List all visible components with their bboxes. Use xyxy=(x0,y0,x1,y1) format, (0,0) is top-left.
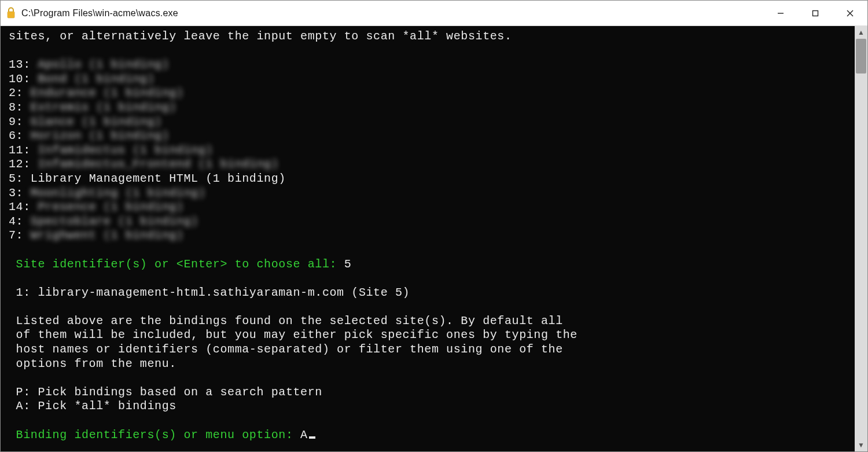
site-label: Apollo (1 binding) xyxy=(38,58,169,71)
output-line: Listed above are the bindings found on t… xyxy=(9,314,563,328)
site-label: Spectoblare (1 binding) xyxy=(31,215,198,228)
site-list-item: 14: Presence (1 binding) xyxy=(9,200,847,215)
site-id: 14: xyxy=(9,200,38,214)
site-list-item: 4: Spectoblare (1 binding) xyxy=(9,215,847,229)
close-button[interactable] xyxy=(833,1,867,26)
svg-rect-2 xyxy=(813,10,818,16)
site-id: 4: xyxy=(9,215,31,228)
site-label: Glance (1 binding) xyxy=(31,115,162,128)
site-label: Extremis (1 binding) xyxy=(31,101,176,114)
vertical-scrollbar[interactable]: ▲ ▼ xyxy=(855,26,867,451)
scroll-down-button[interactable]: ▼ xyxy=(855,439,867,451)
site-id: 2: xyxy=(9,86,31,100)
site-id: 8: xyxy=(9,101,31,114)
scroll-up-button[interactable]: ▲ xyxy=(855,26,867,39)
window-controls xyxy=(763,1,867,26)
output-line: host names or identifiers (comma-separat… xyxy=(9,343,563,356)
terminal-output[interactable]: sites, or alternatively leave the input … xyxy=(1,26,855,451)
output-line: of them will be included, but you may ei… xyxy=(9,328,578,341)
binding-identifier-prompt: Binding identifiers(s) or menu option: xyxy=(16,428,300,442)
binding-list-item: 1: library-management-html.sathiyaraman-… xyxy=(9,286,410,299)
svg-rect-0 xyxy=(8,12,14,18)
console-area: sites, or alternatively leave the input … xyxy=(1,26,867,451)
site-label: Moonlighting (1 binding) xyxy=(31,186,205,200)
site-id: 6: xyxy=(9,129,31,142)
site-list-item: 12: Infamidectus_Frontend (1 binding) xyxy=(9,157,847,172)
site-label: Library Management HTML (1 binding) xyxy=(31,172,286,185)
titlebar[interactable]: C:\Program Files\win-acme\wacs.exe xyxy=(1,1,867,26)
menu-key: A: xyxy=(9,399,38,413)
binding-identifier-answer: A xyxy=(300,428,308,442)
lock-icon xyxy=(6,7,16,19)
site-identifier-prompt: Site identifier(s) or <Enter> to choose … xyxy=(16,258,344,271)
site-list-item: 9: Glance (1 binding) xyxy=(9,115,847,130)
window-title: C:\Program Files\win-acme\wacs.exe xyxy=(21,8,178,19)
site-label: Presence (1 binding) xyxy=(38,200,183,214)
scroll-thumb[interactable] xyxy=(856,39,866,74)
site-identifier-answer: 5 xyxy=(344,258,352,271)
site-label: Infamidectus_Frontend (1 binding) xyxy=(38,157,278,171)
site-id: 5: xyxy=(9,172,31,185)
menu-label: Pick *all* bindings xyxy=(38,399,176,413)
site-list-item: 10: Bond (1 binding) xyxy=(9,72,847,87)
site-label: Bond (1 binding) xyxy=(38,72,155,86)
site-label: Wrighwent (1 binding) xyxy=(31,229,184,242)
site-id: 11: xyxy=(9,144,38,157)
app-window: C:\Program Files\win-acme\wacs.exe sites… xyxy=(0,0,868,452)
menu-key: P: xyxy=(9,385,38,399)
site-label: Horizon (1 binding) xyxy=(31,129,169,142)
site-id: 9: xyxy=(9,115,31,128)
output-line: options from the menu. xyxy=(9,357,176,370)
site-id: 12: xyxy=(9,157,38,171)
site-list-item: 7: Wrighwent (1 binding) xyxy=(9,229,847,243)
maximize-button[interactable] xyxy=(798,1,833,26)
site-list-item: 8: Extremis (1 binding) xyxy=(9,101,847,115)
site-list-item: 5: Library Management HTML (1 binding) xyxy=(9,172,847,186)
site-id: 7: xyxy=(9,229,31,242)
site-list-item: 6: Horizon (1 binding) xyxy=(9,129,847,144)
site-list-item: 3: Moonlighting (1 binding) xyxy=(9,186,847,201)
output-line: sites, or alternatively leave the input … xyxy=(9,30,512,43)
site-id: 10: xyxy=(9,72,38,86)
site-label: Endurance (1 binding) xyxy=(31,86,184,100)
site-id: 3: xyxy=(9,186,31,200)
site-list-item: 13: Apollo (1 binding) xyxy=(9,58,847,72)
site-list-item: 2: Endurance (1 binding) xyxy=(9,86,847,101)
minimize-button[interactable] xyxy=(763,1,798,26)
site-id: 13: xyxy=(9,58,38,71)
site-list-item: 11: Infamidectus (1 binding) xyxy=(9,144,847,158)
menu-label: Pick bindings based on a search pattern xyxy=(38,385,322,399)
text-cursor xyxy=(309,436,315,439)
site-label: Infamidectus (1 binding) xyxy=(38,144,212,157)
